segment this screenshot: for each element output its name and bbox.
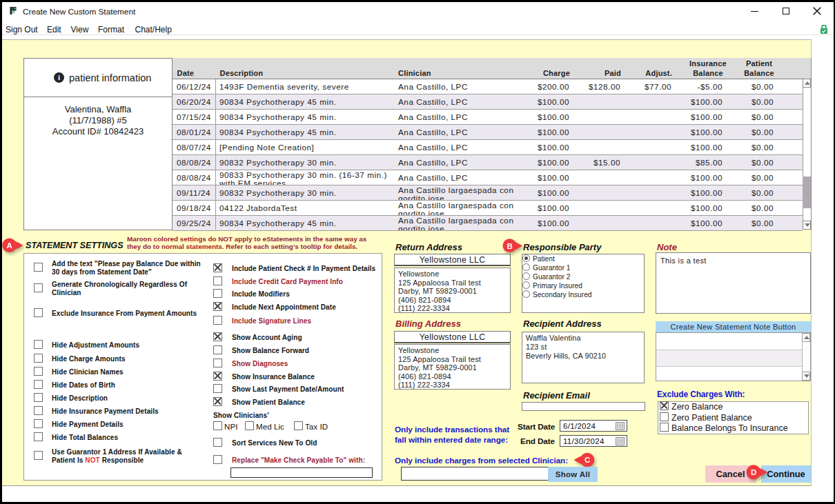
svg-text:C: C <box>584 456 590 464</box>
svg-text:A: A <box>7 241 12 250</box>
svg-text:B: B <box>507 242 513 250</box>
svg-text:D: D <box>751 468 756 476</box>
